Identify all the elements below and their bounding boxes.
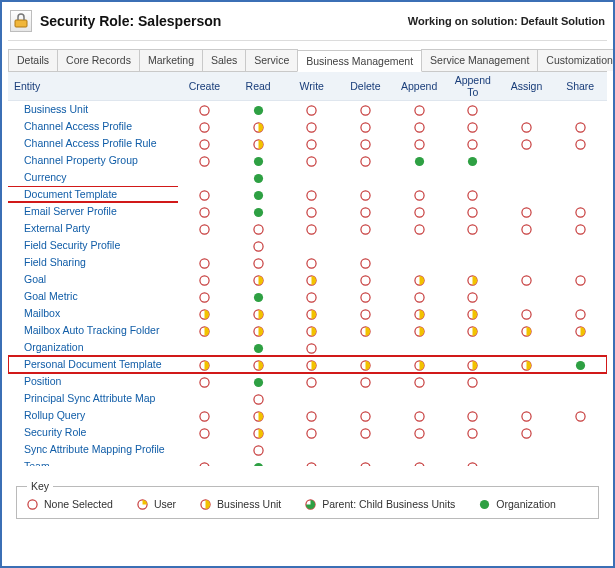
permissions-grid-scroll[interactable]: EntityCreateReadWriteDeleteAppendAppend … [8, 72, 607, 466]
priv-cell[interactable] [285, 186, 339, 203]
priv-cell[interactable] [178, 322, 232, 339]
priv-cell[interactable] [500, 220, 554, 237]
priv-cell[interactable] [339, 271, 393, 288]
entity-link[interactable]: Currency [8, 169, 178, 186]
priv-cell[interactable] [285, 373, 339, 390]
priv-cell[interactable] [178, 424, 232, 441]
priv-cell[interactable] [339, 407, 393, 424]
priv-cell[interactable] [339, 186, 393, 203]
priv-cell[interactable] [231, 118, 285, 135]
priv-cell[interactable] [231, 101, 285, 118]
priv-cell[interactable] [392, 118, 446, 135]
entity-link[interactable]: Organization [8, 339, 178, 356]
priv-cell[interactable] [392, 322, 446, 339]
priv-cell[interactable] [339, 322, 393, 339]
priv-cell[interactable] [178, 305, 232, 322]
entity-link[interactable]: Personal Document Template [8, 356, 178, 373]
tab-service-management[interactable]: Service Management [421, 49, 538, 71]
priv-cell[interactable] [392, 135, 446, 152]
priv-cell[interactable] [231, 305, 285, 322]
entity-link[interactable]: Goal Metric [8, 288, 178, 305]
priv-cell[interactable] [392, 407, 446, 424]
priv-cell[interactable] [339, 305, 393, 322]
priv-cell[interactable] [231, 322, 285, 339]
entity-link[interactable]: Email Server Profile [8, 203, 178, 220]
priv-cell[interactable] [446, 356, 500, 373]
entity-link[interactable]: Rollup Query [8, 407, 178, 424]
priv-cell[interactable] [392, 271, 446, 288]
priv-cell[interactable] [231, 373, 285, 390]
priv-cell[interactable] [285, 322, 339, 339]
priv-cell[interactable] [446, 101, 500, 118]
entity-link[interactable]: Channel Property Group [8, 152, 178, 169]
priv-cell[interactable] [178, 288, 232, 305]
entity-link[interactable]: Document Template [8, 186, 178, 203]
priv-cell[interactable] [446, 322, 500, 339]
priv-cell[interactable] [500, 135, 554, 152]
priv-cell[interactable] [339, 152, 393, 169]
priv-cell[interactable] [231, 441, 285, 458]
priv-cell[interactable] [339, 118, 393, 135]
priv-cell[interactable] [553, 220, 607, 237]
priv-cell[interactable] [339, 203, 393, 220]
priv-cell[interactable] [446, 407, 500, 424]
entity-link[interactable]: Channel Access Profile [8, 118, 178, 135]
entity-link[interactable]: Team [8, 458, 178, 466]
priv-cell[interactable] [392, 101, 446, 118]
priv-cell[interactable] [553, 135, 607, 152]
priv-cell[interactable] [392, 356, 446, 373]
priv-cell[interactable] [285, 152, 339, 169]
priv-cell[interactable] [285, 356, 339, 373]
column-delete[interactable]: Delete [339, 72, 393, 101]
priv-cell[interactable] [392, 203, 446, 220]
priv-cell[interactable] [446, 288, 500, 305]
priv-cell[interactable] [285, 254, 339, 271]
priv-cell[interactable] [231, 186, 285, 203]
entity-link[interactable]: Field Security Profile [8, 237, 178, 254]
tab-customization[interactable]: Customization [537, 49, 615, 71]
priv-cell[interactable] [339, 356, 393, 373]
priv-cell[interactable] [285, 305, 339, 322]
priv-cell[interactable] [231, 169, 285, 186]
priv-cell[interactable] [178, 254, 232, 271]
entity-link[interactable]: Sync Attribute Mapping Profile [8, 441, 178, 458]
priv-cell[interactable] [231, 356, 285, 373]
priv-cell[interactable] [553, 118, 607, 135]
tab-service[interactable]: Service [245, 49, 298, 71]
column-append-to[interactable]: Append To [446, 72, 500, 101]
priv-cell[interactable] [178, 220, 232, 237]
entity-link[interactable]: Field Sharing [8, 254, 178, 271]
priv-cell[interactable] [553, 407, 607, 424]
priv-cell[interactable] [446, 271, 500, 288]
priv-cell[interactable] [285, 135, 339, 152]
priv-cell[interactable] [500, 271, 554, 288]
column-read[interactable]: Read [231, 72, 285, 101]
priv-cell[interactable] [231, 254, 285, 271]
priv-cell[interactable] [500, 203, 554, 220]
priv-cell[interactable] [392, 305, 446, 322]
column-create[interactable]: Create [178, 72, 232, 101]
priv-cell[interactable] [285, 458, 339, 466]
column-assign[interactable]: Assign [500, 72, 554, 101]
priv-cell[interactable] [392, 288, 446, 305]
priv-cell[interactable] [178, 271, 232, 288]
priv-cell[interactable] [446, 152, 500, 169]
priv-cell[interactable] [392, 186, 446, 203]
priv-cell[interactable] [285, 339, 339, 356]
priv-cell[interactable] [178, 373, 232, 390]
priv-cell[interactable] [392, 152, 446, 169]
priv-cell[interactable] [500, 118, 554, 135]
priv-cell[interactable] [446, 305, 500, 322]
priv-cell[interactable] [553, 271, 607, 288]
priv-cell[interactable] [392, 424, 446, 441]
priv-cell[interactable] [231, 237, 285, 254]
priv-cell[interactable] [339, 424, 393, 441]
priv-cell[interactable] [178, 356, 232, 373]
priv-cell[interactable] [339, 254, 393, 271]
priv-cell[interactable] [500, 305, 554, 322]
column-write[interactable]: Write [285, 72, 339, 101]
priv-cell[interactable] [392, 458, 446, 466]
priv-cell[interactable] [178, 203, 232, 220]
priv-cell[interactable] [178, 458, 232, 466]
priv-cell[interactable] [500, 424, 554, 441]
